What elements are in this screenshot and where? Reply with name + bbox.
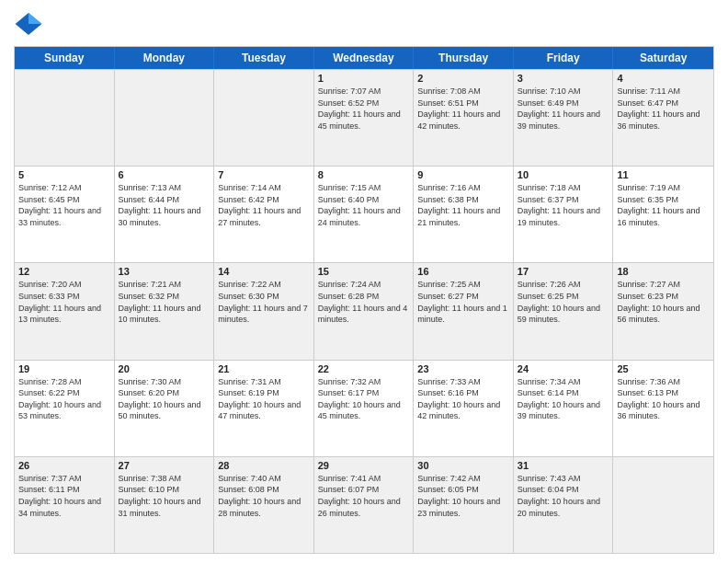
- day-number: 27: [119, 460, 210, 471]
- page: SundayMondayTuesdayWednesdayThursdayFrid…: [0, 0, 728, 563]
- calendar-cell: 26Sunrise: 7:37 AM Sunset: 6:11 PM Dayli…: [15, 457, 115, 553]
- calendar-row: 19Sunrise: 7:28 AM Sunset: 6:22 PM Dayli…: [15, 360, 713, 456]
- calendar-row: 26Sunrise: 7:37 AM Sunset: 6:11 PM Dayli…: [15, 456, 713, 553]
- day-info: Sunrise: 7:34 AM Sunset: 6:14 PM Dayligh…: [518, 376, 609, 422]
- calendar-cell: 5Sunrise: 7:12 AM Sunset: 6:45 PM Daylig…: [15, 167, 115, 262]
- calendar-cell: 3Sunrise: 7:10 AM Sunset: 6:49 PM Daylig…: [514, 70, 614, 166]
- day-number: 30: [417, 460, 509, 471]
- day-number: 8: [318, 169, 410, 180]
- day-info: Sunrise: 7:38 AM Sunset: 6:10 PM Dayligh…: [119, 473, 210, 519]
- logo-icon: [14, 9, 43, 39]
- calendar-cell: 18Sunrise: 7:27 AM Sunset: 6:23 PM Dayli…: [613, 263, 713, 359]
- weekday-header: Monday: [115, 47, 215, 69]
- day-info: Sunrise: 7:13 AM Sunset: 6:44 PM Dayligh…: [119, 182, 210, 228]
- calendar-cell: 21Sunrise: 7:31 AM Sunset: 6:19 PM Dayli…: [214, 361, 314, 456]
- day-number: 7: [218, 169, 310, 180]
- day-info: Sunrise: 7:19 AM Sunset: 6:35 PM Dayligh…: [617, 182, 710, 228]
- day-info: Sunrise: 7:31 AM Sunset: 6:19 PM Dayligh…: [218, 376, 310, 422]
- day-number: 28: [218, 460, 310, 471]
- calendar-body: 1Sunrise: 7:07 AM Sunset: 6:52 PM Daylig…: [15, 69, 713, 553]
- day-info: Sunrise: 7:42 AM Sunset: 6:05 PM Dayligh…: [417, 473, 509, 519]
- svg-marker-1: [28, 13, 41, 24]
- weekday-header: Thursday: [414, 47, 514, 69]
- day-info: Sunrise: 7:10 AM Sunset: 6:49 PM Dayligh…: [518, 86, 609, 132]
- day-number: 4: [617, 73, 710, 84]
- day-info: Sunrise: 7:30 AM Sunset: 6:20 PM Dayligh…: [119, 376, 210, 422]
- day-info: Sunrise: 7:08 AM Sunset: 6:51 PM Dayligh…: [417, 86, 509, 132]
- day-info: Sunrise: 7:22 AM Sunset: 6:30 PM Dayligh…: [218, 279, 310, 325]
- day-info: Sunrise: 7:07 AM Sunset: 6:52 PM Dayligh…: [318, 86, 410, 132]
- day-number: 26: [18, 460, 110, 471]
- day-info: Sunrise: 7:43 AM Sunset: 6:04 PM Dayligh…: [518, 473, 609, 519]
- day-number: 23: [417, 363, 509, 374]
- calendar-cell: 20Sunrise: 7:30 AM Sunset: 6:20 PM Dayli…: [115, 361, 215, 456]
- day-number: 2: [417, 73, 509, 84]
- calendar-cell: 17Sunrise: 7:26 AM Sunset: 6:25 PM Dayli…: [514, 263, 614, 359]
- calendar-cell: 27Sunrise: 7:38 AM Sunset: 6:10 PM Dayli…: [115, 457, 215, 553]
- calendar-row: 1Sunrise: 7:07 AM Sunset: 6:52 PM Daylig…: [15, 69, 713, 166]
- day-info: Sunrise: 7:14 AM Sunset: 6:42 PM Dayligh…: [218, 182, 310, 228]
- day-number: 15: [318, 266, 410, 277]
- day-info: Sunrise: 7:27 AM Sunset: 6:23 PM Dayligh…: [617, 279, 710, 325]
- day-number: 31: [518, 460, 609, 471]
- calendar-cell: 6Sunrise: 7:13 AM Sunset: 6:44 PM Daylig…: [115, 167, 215, 262]
- weekday-header: Wednesday: [314, 47, 415, 69]
- calendar-cell: 12Sunrise: 7:20 AM Sunset: 6:33 PM Dayli…: [15, 263, 115, 359]
- day-number: 29: [318, 460, 410, 471]
- day-number: 5: [18, 169, 110, 180]
- calendar-cell: 9Sunrise: 7:16 AM Sunset: 6:38 PM Daylig…: [414, 167, 514, 262]
- day-number: 25: [617, 363, 710, 374]
- calendar-cell: [115, 70, 215, 166]
- day-number: 3: [518, 73, 609, 84]
- calendar-cell: 13Sunrise: 7:21 AM Sunset: 6:32 PM Dayli…: [115, 263, 215, 359]
- calendar-cell: 29Sunrise: 7:41 AM Sunset: 6:07 PM Dayli…: [314, 457, 415, 553]
- calendar-cell: 23Sunrise: 7:33 AM Sunset: 6:16 PM Dayli…: [414, 361, 514, 456]
- day-info: Sunrise: 7:21 AM Sunset: 6:32 PM Dayligh…: [119, 279, 210, 325]
- calendar-cell: 2Sunrise: 7:08 AM Sunset: 6:51 PM Daylig…: [414, 70, 514, 166]
- day-info: Sunrise: 7:40 AM Sunset: 6:08 PM Dayligh…: [218, 473, 310, 519]
- header: [14, 9, 714, 39]
- day-number: 10: [518, 169, 609, 180]
- day-number: 19: [18, 363, 110, 374]
- calendar-cell: 22Sunrise: 7:32 AM Sunset: 6:17 PM Dayli…: [314, 361, 415, 456]
- calendar-cell: 25Sunrise: 7:36 AM Sunset: 6:13 PM Dayli…: [613, 361, 713, 456]
- day-number: 22: [318, 363, 410, 374]
- calendar-cell: [613, 457, 713, 553]
- day-info: Sunrise: 7:33 AM Sunset: 6:16 PM Dayligh…: [417, 376, 509, 422]
- calendar-cell: 30Sunrise: 7:42 AM Sunset: 6:05 PM Dayli…: [414, 457, 514, 553]
- day-info: Sunrise: 7:36 AM Sunset: 6:13 PM Dayligh…: [617, 376, 710, 422]
- day-number: 17: [518, 266, 609, 277]
- calendar-cell: 10Sunrise: 7:18 AM Sunset: 6:37 PM Dayli…: [514, 167, 614, 262]
- day-info: Sunrise: 7:24 AM Sunset: 6:28 PM Dayligh…: [318, 279, 410, 325]
- calendar-row: 12Sunrise: 7:20 AM Sunset: 6:33 PM Dayli…: [15, 262, 713, 359]
- day-info: Sunrise: 7:16 AM Sunset: 6:38 PM Dayligh…: [417, 182, 509, 228]
- calendar-cell: 19Sunrise: 7:28 AM Sunset: 6:22 PM Dayli…: [15, 361, 115, 456]
- day-number: 21: [218, 363, 310, 374]
- day-number: 14: [218, 266, 310, 277]
- calendar-cell: 24Sunrise: 7:34 AM Sunset: 6:14 PM Dayli…: [514, 361, 614, 456]
- day-info: Sunrise: 7:12 AM Sunset: 6:45 PM Dayligh…: [18, 182, 110, 228]
- day-info: Sunrise: 7:37 AM Sunset: 6:11 PM Dayligh…: [18, 473, 110, 519]
- calendar-cell: 16Sunrise: 7:25 AM Sunset: 6:27 PM Dayli…: [414, 263, 514, 359]
- day-number: 9: [417, 169, 509, 180]
- day-info: Sunrise: 7:41 AM Sunset: 6:07 PM Dayligh…: [318, 473, 410, 519]
- day-number: 24: [518, 363, 609, 374]
- calendar-cell: 14Sunrise: 7:22 AM Sunset: 6:30 PM Dayli…: [214, 263, 314, 359]
- day-info: Sunrise: 7:20 AM Sunset: 6:33 PM Dayligh…: [18, 279, 110, 325]
- calendar-cell: [214, 70, 314, 166]
- day-info: Sunrise: 7:28 AM Sunset: 6:22 PM Dayligh…: [18, 376, 110, 422]
- day-info: Sunrise: 7:18 AM Sunset: 6:37 PM Dayligh…: [518, 182, 609, 228]
- day-number: 1: [318, 73, 410, 84]
- logo: [14, 9, 47, 39]
- weekday-header: Tuesday: [214, 47, 314, 69]
- calendar-cell: 31Sunrise: 7:43 AM Sunset: 6:04 PM Dayli…: [514, 457, 614, 553]
- calendar-cell: 4Sunrise: 7:11 AM Sunset: 6:47 PM Daylig…: [613, 70, 713, 166]
- calendar: SundayMondayTuesdayWednesdayThursdayFrid…: [14, 46, 714, 554]
- day-info: Sunrise: 7:15 AM Sunset: 6:40 PM Dayligh…: [318, 182, 410, 228]
- day-number: 20: [119, 363, 210, 374]
- calendar-row: 5Sunrise: 7:12 AM Sunset: 6:45 PM Daylig…: [15, 166, 713, 262]
- calendar-cell: 15Sunrise: 7:24 AM Sunset: 6:28 PM Dayli…: [314, 263, 415, 359]
- day-number: 13: [119, 266, 210, 277]
- calendar-cell: 11Sunrise: 7:19 AM Sunset: 6:35 PM Dayli…: [613, 167, 713, 262]
- calendar-cell: 8Sunrise: 7:15 AM Sunset: 6:40 PM Daylig…: [314, 167, 415, 262]
